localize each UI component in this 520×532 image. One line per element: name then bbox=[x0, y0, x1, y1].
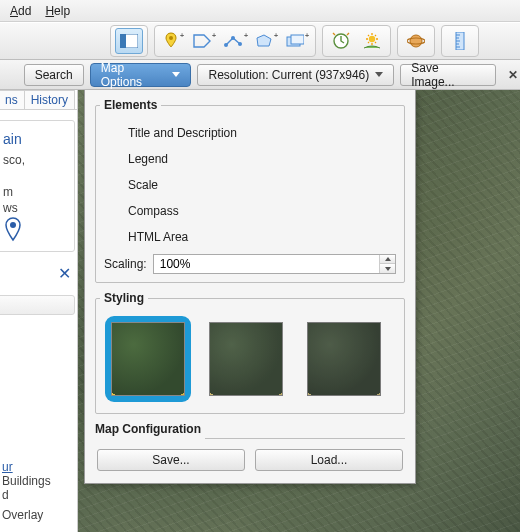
map-options-label: Map Options bbox=[101, 61, 169, 89]
scaling-spinner[interactable] bbox=[153, 254, 396, 274]
styling-legend: Styling bbox=[100, 291, 148, 305]
element-item-title-desc[interactable]: Title and Description bbox=[104, 120, 396, 146]
scaling-input[interactable] bbox=[154, 255, 379, 273]
location-pin-icon bbox=[3, 217, 23, 243]
panel-toggle-button[interactable] bbox=[115, 28, 143, 54]
map-config-title: Map Configuration bbox=[95, 422, 405, 436]
result-title: ain bbox=[3, 131, 68, 147]
panel-icon bbox=[120, 34, 138, 48]
svg-point-9 bbox=[369, 36, 375, 42]
sunlight-button[interactable] bbox=[358, 28, 386, 54]
style-thumb-1[interactable] bbox=[106, 317, 190, 401]
add-overlay-button[interactable]: + bbox=[283, 28, 311, 54]
time-icon bbox=[332, 32, 350, 50]
left-panel: ns History ain sco, m ws ✕ ur Buildings … bbox=[0, 90, 78, 532]
left-tabs: ns History bbox=[0, 90, 77, 110]
left-divider-card bbox=[0, 295, 75, 315]
style-thumb-image bbox=[307, 322, 381, 396]
svg-line-15 bbox=[375, 42, 376, 43]
tag-icon bbox=[193, 34, 211, 48]
menu-bar: Add Help bbox=[0, 0, 520, 22]
add-shape-button[interactable]: + bbox=[252, 28, 280, 54]
style-thumb-2[interactable] bbox=[204, 317, 288, 401]
element-item-legend[interactable]: Legend bbox=[104, 146, 396, 172]
map-options-panel: Elements Title and Description Legend Sc… bbox=[84, 90, 416, 484]
svg-line-17 bbox=[368, 42, 369, 43]
spin-down-button[interactable] bbox=[380, 264, 395, 273]
config-save-button[interactable]: Save... bbox=[97, 449, 245, 471]
chevron-down-icon bbox=[385, 267, 391, 271]
chevron-down-icon bbox=[172, 72, 180, 77]
save-image-button[interactable]: Save Image... bbox=[400, 64, 496, 86]
resolution-label: Resolution: Current (937x946) bbox=[208, 68, 369, 82]
svg-point-26 bbox=[10, 222, 16, 228]
styling-fieldset: Styling bbox=[95, 291, 405, 414]
ruler-icon bbox=[455, 32, 465, 50]
svg-line-16 bbox=[375, 35, 376, 36]
chevron-up-icon bbox=[385, 257, 391, 261]
path-icon bbox=[223, 34, 243, 48]
footer-link[interactable]: ur bbox=[2, 460, 13, 474]
footer-line: Overlay bbox=[2, 508, 51, 522]
menu-add[interactable]: Add bbox=[4, 2, 37, 20]
save-image-label: Save Image... bbox=[411, 61, 485, 89]
polygon-icon bbox=[255, 34, 273, 48]
style-thumb-image bbox=[209, 322, 283, 396]
ruler-button[interactable] bbox=[446, 28, 474, 54]
menu-help[interactable]: Help bbox=[39, 2, 76, 20]
svg-rect-1 bbox=[120, 34, 126, 48]
time-button[interactable] bbox=[327, 28, 355, 54]
map-options-button[interactable]: Map Options bbox=[90, 63, 192, 87]
svg-line-14 bbox=[368, 35, 369, 36]
overlay-icon bbox=[286, 34, 304, 48]
element-item-scale[interactable]: Scale bbox=[104, 172, 396, 198]
close-card-button[interactable]: ✕ bbox=[0, 260, 77, 287]
sun-icon bbox=[363, 33, 381, 49]
left-tab-history[interactable]: History bbox=[24, 90, 75, 109]
element-item-compass[interactable]: Compass bbox=[104, 198, 396, 224]
scaling-label: Scaling: bbox=[104, 257, 147, 271]
add-path-button[interactable]: + bbox=[221, 28, 249, 54]
planet-icon bbox=[407, 32, 425, 50]
footer-line: Buildings bbox=[2, 474, 51, 488]
tool-group-planet bbox=[397, 25, 435, 57]
options-bar: Search Map Options Resolution: Current (… bbox=[0, 60, 520, 90]
planet-button[interactable] bbox=[402, 28, 430, 54]
tool-group-panel bbox=[110, 25, 148, 57]
search-button-label: Search bbox=[35, 68, 73, 82]
config-load-button[interactable]: Load... bbox=[255, 449, 403, 471]
left-tab-1[interactable]: ns bbox=[0, 90, 25, 109]
add-polygon-tag-button[interactable]: + bbox=[190, 28, 218, 54]
tool-group-env bbox=[322, 25, 391, 57]
chevron-down-icon bbox=[375, 72, 383, 77]
element-item-html-area[interactable]: HTML Area bbox=[104, 224, 396, 250]
add-placemark-button[interactable]: + bbox=[159, 28, 187, 54]
elements-legend: Elements bbox=[100, 98, 161, 112]
elements-fieldset: Elements Title and Description Legend Sc… bbox=[95, 98, 405, 283]
left-footer: ur Buildings d Overlay bbox=[0, 454, 57, 528]
result-card[interactable]: ain sco, m ws bbox=[0, 120, 75, 252]
style-thumb-3[interactable] bbox=[302, 317, 386, 401]
config-load-label: Load... bbox=[311, 453, 348, 467]
resolution-dropdown[interactable]: Resolution: Current (937x946) bbox=[197, 64, 394, 86]
footer-line: d bbox=[2, 488, 51, 502]
svg-point-2 bbox=[169, 36, 173, 40]
svg-point-18 bbox=[410, 35, 422, 47]
style-thumb-image bbox=[111, 322, 185, 396]
search-button[interactable]: Search bbox=[24, 64, 84, 86]
spin-up-button[interactable] bbox=[380, 255, 395, 264]
tool-group-ruler bbox=[441, 25, 479, 57]
toolbar: + + + + + bbox=[0, 22, 520, 60]
tool-group-markers: + + + + + bbox=[154, 25, 316, 57]
result-line: ws bbox=[3, 201, 68, 215]
svg-rect-7 bbox=[291, 35, 304, 44]
close-pane-button[interactable]: ✕ bbox=[502, 68, 514, 82]
main-area: ns History ain sco, m ws ✕ ur Buildings … bbox=[0, 90, 520, 532]
result-line: sco, bbox=[3, 153, 68, 167]
config-save-label: Save... bbox=[152, 453, 189, 467]
result-line: m bbox=[3, 185, 68, 199]
pin-icon bbox=[163, 32, 179, 50]
